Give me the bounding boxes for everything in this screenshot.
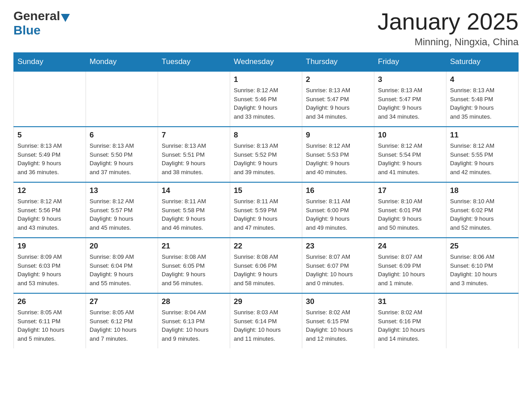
day-number: 21	[162, 242, 226, 251]
logo: General Blue	[13, 9, 71, 38]
day-info: Sunrise: 8:13 AM Sunset: 5:49 PM Dayligh…	[17, 141, 82, 176]
day-info: Sunrise: 8:11 AM Sunset: 5:59 PM Dayligh…	[234, 197, 298, 232]
calendar-day-27: 27Sunrise: 8:05 AM Sunset: 6:12 PM Dayli…	[86, 293, 158, 348]
day-info: Sunrise: 8:13 AM Sunset: 5:52 PM Dayligh…	[234, 141, 298, 176]
calendar-day-21: 21Sunrise: 8:08 AM Sunset: 6:05 PM Dayli…	[158, 238, 230, 293]
calendar-day-8: 8Sunrise: 8:13 AM Sunset: 5:52 PM Daylig…	[230, 127, 302, 182]
day-number: 7	[162, 131, 226, 140]
calendar-day-6: 6Sunrise: 8:13 AM Sunset: 5:50 PM Daylig…	[86, 127, 158, 182]
weekday-header-sunday: Sunday	[14, 53, 86, 72]
calendar-day-13: 13Sunrise: 8:12 AM Sunset: 5:57 PM Dayli…	[86, 182, 158, 238]
day-info: Sunrise: 8:13 AM Sunset: 5:47 PM Dayligh…	[378, 86, 442, 121]
day-info: Sunrise: 8:06 AM Sunset: 6:10 PM Dayligh…	[450, 253, 515, 287]
logo-triangle-icon	[61, 14, 70, 22]
day-number: 14	[162, 186, 226, 195]
day-info: Sunrise: 8:12 AM Sunset: 5:53 PM Dayligh…	[306, 141, 370, 176]
day-info: Sunrise: 8:03 AM Sunset: 6:14 PM Dayligh…	[234, 308, 298, 343]
calendar-header: SundayMondayTuesdayWednesdayThursdayFrid…	[14, 53, 519, 72]
day-number: 19	[17, 242, 82, 251]
calendar-empty-cell	[446, 293, 519, 348]
page-header: General Blue January 2025 Minning, Ningx…	[13, 9, 519, 48]
day-info: Sunrise: 8:10 AM Sunset: 6:02 PM Dayligh…	[450, 197, 515, 232]
day-number: 2	[306, 75, 370, 84]
calendar-title: January 2025	[378, 9, 519, 34]
day-info: Sunrise: 8:07 AM Sunset: 6:09 PM Dayligh…	[378, 253, 442, 287]
weekday-header-friday: Friday	[374, 53, 446, 72]
calendar-day-24: 24Sunrise: 8:07 AM Sunset: 6:09 PM Dayli…	[374, 238, 446, 293]
day-number: 31	[378, 297, 442, 306]
calendar-day-17: 17Sunrise: 8:10 AM Sunset: 6:01 PM Dayli…	[374, 182, 446, 238]
day-info: Sunrise: 8:10 AM Sunset: 6:01 PM Dayligh…	[378, 197, 442, 232]
day-number: 8	[234, 131, 298, 140]
day-info: Sunrise: 8:07 AM Sunset: 6:07 PM Dayligh…	[306, 253, 370, 287]
day-info: Sunrise: 8:09 AM Sunset: 6:03 PM Dayligh…	[17, 253, 82, 287]
day-info: Sunrise: 8:05 AM Sunset: 6:12 PM Dayligh…	[90, 308, 154, 343]
weekday-header-saturday: Saturday	[446, 53, 519, 72]
calendar-day-9: 9Sunrise: 8:12 AM Sunset: 5:53 PM Daylig…	[302, 127, 374, 182]
calendar-day-7: 7Sunrise: 8:13 AM Sunset: 5:51 PM Daylig…	[158, 127, 230, 182]
calendar-week-row: 19Sunrise: 8:09 AM Sunset: 6:03 PM Dayli…	[14, 238, 519, 293]
day-info: Sunrise: 8:02 AM Sunset: 6:15 PM Dayligh…	[306, 308, 370, 343]
day-number: 28	[162, 297, 226, 306]
day-number: 23	[306, 242, 370, 251]
day-info: Sunrise: 8:13 AM Sunset: 5:50 PM Dayligh…	[90, 141, 154, 176]
day-number: 13	[90, 186, 154, 195]
calendar-day-4: 4Sunrise: 8:13 AM Sunset: 5:48 PM Daylig…	[446, 71, 519, 127]
day-info: Sunrise: 8:05 AM Sunset: 6:11 PM Dayligh…	[17, 308, 82, 343]
calendar-day-5: 5Sunrise: 8:13 AM Sunset: 5:49 PM Daylig…	[14, 127, 86, 182]
calendar-day-25: 25Sunrise: 8:06 AM Sunset: 6:10 PM Dayli…	[446, 238, 519, 293]
day-number: 24	[378, 242, 442, 251]
calendar-day-1: 1Sunrise: 8:12 AM Sunset: 5:46 PM Daylig…	[230, 71, 302, 127]
day-number: 30	[306, 297, 370, 306]
title-area: January 2025 Minning, Ningxia, China	[378, 9, 519, 48]
calendar-week-row: 1Sunrise: 8:12 AM Sunset: 5:46 PM Daylig…	[14, 71, 519, 127]
calendar-subtitle: Minning, Ningxia, China	[378, 36, 519, 48]
calendar-day-28: 28Sunrise: 8:04 AM Sunset: 6:13 PM Dayli…	[158, 293, 230, 348]
day-info: Sunrise: 8:09 AM Sunset: 6:04 PM Dayligh…	[90, 253, 154, 287]
day-number: 20	[90, 242, 154, 251]
logo-general-text: General	[13, 9, 60, 23]
calendar-day-26: 26Sunrise: 8:05 AM Sunset: 6:11 PM Dayli…	[14, 293, 86, 348]
day-info: Sunrise: 8:08 AM Sunset: 6:05 PM Dayligh…	[162, 253, 226, 287]
day-info: Sunrise: 8:04 AM Sunset: 6:13 PM Dayligh…	[162, 308, 226, 343]
day-info: Sunrise: 8:08 AM Sunset: 6:06 PM Dayligh…	[234, 253, 298, 287]
calendar-empty-cell	[86, 71, 158, 127]
calendar-day-10: 10Sunrise: 8:12 AM Sunset: 5:54 PM Dayli…	[374, 127, 446, 182]
day-info: Sunrise: 8:13 AM Sunset: 5:51 PM Dayligh…	[162, 141, 226, 176]
calendar-day-19: 19Sunrise: 8:09 AM Sunset: 6:03 PM Dayli…	[14, 238, 86, 293]
day-info: Sunrise: 8:12 AM Sunset: 5:54 PM Dayligh…	[378, 141, 442, 176]
calendar-day-16: 16Sunrise: 8:11 AM Sunset: 6:00 PM Dayli…	[302, 182, 374, 238]
calendar-day-31: 31Sunrise: 8:02 AM Sunset: 6:16 PM Dayli…	[374, 293, 446, 348]
calendar-day-14: 14Sunrise: 8:11 AM Sunset: 5:58 PM Dayli…	[158, 182, 230, 238]
day-number: 26	[17, 297, 82, 306]
day-info: Sunrise: 8:02 AM Sunset: 6:16 PM Dayligh…	[378, 308, 442, 343]
weekday-header-row: SundayMondayTuesdayWednesdayThursdayFrid…	[14, 53, 519, 72]
day-number: 10	[378, 131, 442, 140]
day-info: Sunrise: 8:11 AM Sunset: 6:00 PM Dayligh…	[306, 197, 370, 232]
day-number: 29	[234, 297, 298, 306]
weekday-header-wednesday: Wednesday	[230, 53, 302, 72]
calendar-day-30: 30Sunrise: 8:02 AM Sunset: 6:15 PM Dayli…	[302, 293, 374, 348]
day-number: 15	[234, 186, 298, 195]
day-number: 1	[234, 75, 298, 84]
day-number: 16	[306, 186, 370, 195]
weekday-header-monday: Monday	[86, 53, 158, 72]
day-number: 4	[450, 75, 515, 84]
calendar-week-row: 26Sunrise: 8:05 AM Sunset: 6:11 PM Dayli…	[14, 293, 519, 348]
calendar-day-29: 29Sunrise: 8:03 AM Sunset: 6:14 PM Dayli…	[230, 293, 302, 348]
day-number: 27	[90, 297, 154, 306]
calendar-day-2: 2Sunrise: 8:13 AM Sunset: 5:47 PM Daylig…	[302, 71, 374, 127]
day-info: Sunrise: 8:13 AM Sunset: 5:47 PM Dayligh…	[306, 86, 370, 121]
day-number: 25	[450, 242, 515, 251]
day-number: 9	[306, 131, 370, 140]
calendar-day-15: 15Sunrise: 8:11 AM Sunset: 5:59 PM Dayli…	[230, 182, 302, 238]
weekday-header-thursday: Thursday	[302, 53, 374, 72]
day-info: Sunrise: 8:12 AM Sunset: 5:46 PM Dayligh…	[234, 86, 298, 121]
day-number: 3	[378, 75, 442, 84]
calendar-day-11: 11Sunrise: 8:12 AM Sunset: 5:55 PM Dayli…	[446, 127, 519, 182]
day-number: 5	[17, 131, 82, 140]
calendar-week-row: 5Sunrise: 8:13 AM Sunset: 5:49 PM Daylig…	[14, 127, 519, 182]
calendar-week-row: 12Sunrise: 8:12 AM Sunset: 5:56 PM Dayli…	[14, 182, 519, 238]
calendar-day-20: 20Sunrise: 8:09 AM Sunset: 6:04 PM Dayli…	[86, 238, 158, 293]
calendar-empty-cell	[158, 71, 230, 127]
